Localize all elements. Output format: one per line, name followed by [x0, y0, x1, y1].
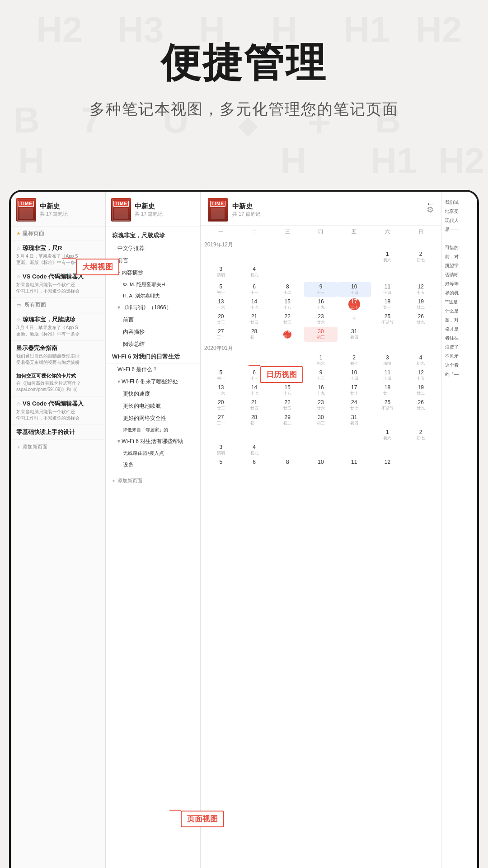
page-title: 便捷管理 — [0, 36, 488, 90]
all-pages-section: ▭所有页面 — [11, 298, 105, 312]
outline-item[interactable]: 更长的电池续航 — [106, 400, 200, 412]
book-cover-left: TIME — [16, 198, 36, 222]
list-item[interactable]: ☆琼瑰非宝，尺牍成珍 3 月 4 日，苹果发布了《App S更新。新版《标准》中… — [11, 312, 105, 341]
calendar-weekdays: 一 二 三 四 五 六 日 — [201, 226, 441, 238]
list-item[interactable]: 显示器完全指南 我们通过自己的眼睛感受现实世受着毫无束缚的视野与绚烂缤纷 — [11, 341, 105, 369]
outline-item[interactable]: Wi-Fi 6 是什么？ — [106, 363, 200, 376]
tablet-frame: TIME 中新史 共 17 篇笔记 ★ 星标页面 — [9, 190, 479, 868]
calendar-month-label: 2019年12月 — [201, 238, 441, 250]
tablet-screen: TIME 中新史 共 17 篇笔记 ★ 星标页面 — [11, 192, 477, 868]
device-mockup: TIME 中新史 共 17 篇笔记 ★ 星标页面 — [0, 190, 488, 868]
add-page-button-left[interactable]: ＋ 添加新页面 — [11, 440, 105, 454]
calendar-today: 17二十 — [348, 298, 360, 310]
outline-item[interactable]: 更好的网络安全性 — [106, 412, 200, 425]
panel-outline-view: TIME 中新史 共 17 篇笔记 琼瑰非宝，尺牍成珍 中文学推荐 前言 ▾内容… — [106, 192, 201, 868]
page-header: 便捷管理 多种笔记本视图，多元化管理您的笔记页面 — [0, 0, 488, 138]
calendar-title-block: 中新史 共 17 篇笔记 — [232, 202, 427, 217]
starred-section: ★ 星标页面 — [11, 226, 105, 241]
calendar-header: TIME 中新史 共 17 篇笔记 ⚙ — [201, 192, 441, 226]
list-item[interactable]: 如何交互可视化你的卡片式 在《[如何高效实践卡片式写作？sspai.com/po… — [11, 369, 105, 396]
outline-item[interactable]: H. A. 别尔嘉耶夫 — [106, 290, 200, 302]
reading-text: 我们试地享受现代人界——可惜的前，对跳望宇否清晰好等等界的机**这是什么是题，对… — [445, 198, 474, 379]
book-info-left: 中新史 共 17 篇笔记 — [40, 202, 68, 217]
calendar-grid-jan: 1初六 2初七 3清明 4初九 5初十 6十一 8十二 9十三 10十四 11十… — [201, 353, 441, 428]
outline-item[interactable]: 设备 — [106, 459, 200, 471]
annotation-rili: 日历视图 — [260, 366, 303, 383]
outline-item[interactable]: ▾内容摘抄 — [106, 267, 200, 279]
outline-item[interactable]: 内容摘抄 — [106, 326, 200, 338]
panel-calendar-view: ← TIME 中新史 共 17 篇笔记 ⚙ 一 — [201, 192, 441, 868]
calendar-grid-dec: 1初六 2初七 3清明 4初九 5初十 — [201, 250, 441, 342]
outline-item[interactable]: 无线路由器/接入点 — [106, 448, 200, 459]
outline-item[interactable]: 琼瑰非宝，尺牍成珍 — [106, 229, 200, 242]
book-cover-calendar: TIME — [208, 198, 228, 222]
outline-item[interactable]: 前言 — [106, 314, 200, 326]
outline-item[interactable]: Φ. M. 陀思妥耶夫H — [106, 279, 200, 290]
outline-panel-header: TIME 中新史 共 17 篇笔记 — [106, 192, 200, 226]
outline-item[interactable]: 更快的速度 — [106, 388, 200, 400]
outline-item[interactable]: ▾Wi-Fi 6 对生活有哪些帮助 — [106, 435, 200, 448]
calendar-month-label-jan: 2020年01月 — [201, 342, 441, 353]
page-subtitle: 多种笔记本视图，多元化管理您的笔记页面 — [0, 99, 488, 120]
outline-item[interactable]: 阅读总结 — [106, 338, 200, 350]
outline-item[interactable]: 前言 — [106, 255, 200, 267]
panel-reading-view: 我们试地享受现代人界——可惜的前，对跳望宇否清晰好等等界的机**这是什么是题，对… — [441, 192, 477, 868]
add-page-button-middle[interactable]: ＋ 添加新页面 — [106, 474, 200, 488]
outline-item[interactable]: ▾Wi-Fi 6 带来了哪些好处 — [106, 376, 200, 388]
outline-item[interactable]: Wi-Fi 6 对我们的日常生活 — [106, 350, 200, 363]
annotation-page: 页面视图 — [181, 811, 224, 827]
list-panel-header: TIME 中新史 共 17 篇笔记 — [11, 192, 105, 226]
list-item[interactable]: 零基础快读上手的设计 — [11, 425, 105, 440]
list-item[interactable]: ☆VS Code 代码编辑器入 如果当电脑只能装一个软件还学习工作时，不知道你的… — [11, 396, 105, 425]
annotation-dagang: 大纲视图 — [76, 259, 119, 275]
outline-item[interactable]: 中文学推荐 — [106, 242, 200, 255]
book-cover-middle: TIME — [111, 198, 131, 222]
outline-item[interactable]: ▾《罪与罚》（1866） — [106, 302, 200, 314]
book-info-middle: 中新史 共 17 篇笔记 — [135, 202, 163, 217]
calendar-grid-extra: 1初六 2初七 3清明 4初九 5 6 8 10 11 12 — [201, 428, 441, 467]
panel-list-view: TIME 中新史 共 17 篇笔记 ★ 星标页面 — [11, 192, 106, 868]
outline-item[interactable]: 降低来自「邻居家」的 — [106, 425, 200, 435]
back-arrow[interactable]: ← — [426, 198, 436, 210]
